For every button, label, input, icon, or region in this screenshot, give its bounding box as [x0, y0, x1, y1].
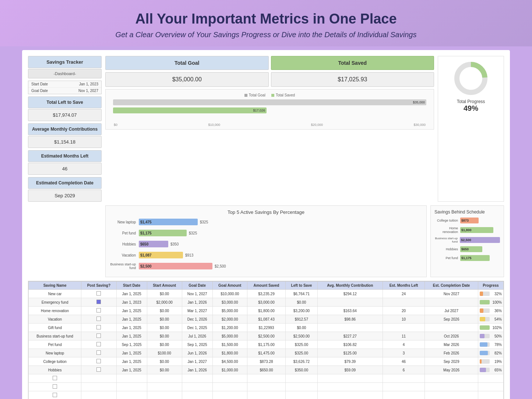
- empty-row: [29, 391, 504, 399]
- cell-saved: $1,475.00: [247, 349, 285, 357]
- table-row: New car Jan 1, 2025 $0.00 Nov 1, 2027 $1…: [29, 290, 504, 298]
- cell-goal-date: Sep 1, 2025: [182, 340, 212, 349]
- goal-bar-label: $35,000: [413, 100, 425, 104]
- data-table: Saving Name Post Saving? Start Date Star…: [28, 281, 504, 399]
- cell-start-date: Jan 1, 2025: [116, 324, 147, 332]
- tracker-title: Savings Tracker: [28, 56, 102, 68]
- cell-avg: $79.39: [317, 357, 383, 366]
- cell-goal-date: Mar 1, 2027: [182, 307, 212, 315]
- th-goal-amt: Goal Amount: [212, 282, 247, 290]
- cell-start-date: Jan 1, 2025: [116, 349, 147, 357]
- behind-bar-2: $2,500: [460, 237, 500, 243]
- total-goal-title: Total Goal: [105, 56, 269, 70]
- cell-post[interactable]: [81, 290, 116, 298]
- cell-goal-amt: $1,800.00: [212, 349, 247, 357]
- cell-post[interactable]: [81, 315, 116, 324]
- empty-row: [29, 383, 504, 391]
- table-row: Pet fund Sep 1, 2025 $0.00 Sep 1, 2025 $…: [29, 340, 504, 349]
- bar-extra-2: $350: [170, 242, 179, 246]
- legend-saved-label: Total Saved: [276, 93, 295, 97]
- cell-saved: $650.00: [247, 366, 285, 374]
- behind-label-3: Hobbies: [434, 247, 460, 251]
- page-header: All Your Important Metrics in One Place …: [0, 0, 532, 46]
- cell-est-months: 6: [383, 366, 425, 374]
- cell-est-months: 10: [383, 315, 425, 324]
- th-avg: Avg. Monthly Contribution: [317, 282, 383, 290]
- table-header-row: Saving Name Post Saving? Start Date Star…: [29, 282, 504, 290]
- cell-est-comp: [425, 324, 478, 332]
- cell-post[interactable]: [81, 349, 116, 357]
- cell-post[interactable]: [81, 324, 116, 332]
- cell-est-comp: Nov 2027: [425, 290, 478, 298]
- behind-row-1: Home renovation $1,800: [434, 226, 500, 234]
- cell-est-comp: [425, 298, 478, 307]
- cell-start-amt: $2,000.00: [147, 298, 182, 307]
- cell-progress: 32%: [478, 290, 503, 298]
- behind-label-2: Business start-up fund: [434, 237, 460, 243]
- cell-est-comp: Mar 2026: [425, 340, 478, 349]
- behind-row-0: College tuition $873: [434, 218, 500, 223]
- cell-est-comp: Oct 2026: [425, 332, 478, 340]
- cell-progress: 78%: [478, 340, 503, 349]
- cell-start-date: Jan 1, 2025: [116, 315, 147, 324]
- top-section: Savings Tracker -Dashboard- Start Date J…: [28, 56, 504, 202]
- behind-label-4: Pet fund: [434, 256, 460, 260]
- cell-est-comp: Sep 2029: [425, 357, 478, 366]
- est-months-label: Estimated Months Left: [28, 150, 102, 162]
- cell-avg: $163.64: [317, 307, 383, 315]
- legend-saved-dot: [271, 94, 274, 97]
- table-row: College tuition Jan 1, 2025 $0.00 Jan 1,…: [29, 357, 504, 366]
- cell-goal-amt: $5,000.00: [212, 332, 247, 340]
- table-row: New laptop Jan 1, 2025 $100.00 Jun 1, 20…: [29, 349, 504, 357]
- cell-name: Gift fund: [29, 324, 81, 332]
- total-saved-title: Total Saved: [271, 56, 434, 70]
- cell-saved: $1,22993: [247, 324, 285, 332]
- cell-start-date: Sep 1, 2025: [116, 340, 147, 349]
- cell-saved: $3,000.00: [247, 298, 285, 307]
- avg-monthly-label: Average Monthly Contributions: [28, 123, 102, 135]
- cell-left: $325.00: [286, 349, 318, 357]
- start-date-row: Start Date Jan 1, 2023: [28, 81, 101, 88]
- bar-label-2: Hobbies: [109, 242, 139, 246]
- dashboard: Savings Tracker -Dashboard- Start Date J…: [22, 50, 510, 399]
- cell-start-date: Jan 1, 2025: [116, 332, 147, 340]
- behind-label-0: College tuition: [434, 219, 460, 222]
- cell-left: $3,626.72: [286, 357, 318, 366]
- avg-monthly-value: $1,154.18: [28, 136, 102, 148]
- cell-name: Pet fund: [29, 340, 81, 349]
- cell-avg: [317, 324, 383, 332]
- cell-goal-date: Dec 1, 2026: [182, 315, 212, 324]
- total-left-label: Total Left to Save: [28, 96, 102, 108]
- behind-schedule-chart: Savings Behind Schedule College tuition …: [430, 205, 504, 277]
- cell-name: Hobbies: [29, 366, 81, 374]
- table-row: Vacation Jan 1, 2025 $0.00 Dec 1, 2026 $…: [29, 315, 504, 324]
- table-row: Business start-up fund Jan 1, 2025 $0.00…: [29, 332, 504, 340]
- cell-progress: 54%: [478, 315, 503, 324]
- th-est-comp: Est. Completion Date: [425, 282, 478, 290]
- legend-saved: Total Saved: [271, 93, 295, 97]
- cell-start-amt: $100.00: [147, 349, 182, 357]
- behind-row-3: Hobbies $650: [434, 246, 500, 252]
- savings-table: Saving Name Post Saving? Start Date Star…: [28, 281, 504, 399]
- cell-start-date: Jan 1, 2025: [116, 290, 147, 298]
- est-months-value: 46: [28, 163, 102, 175]
- cell-goal-date: Dec 1, 2025: [182, 324, 212, 332]
- cell-post[interactable]: [81, 332, 116, 340]
- goal-date-label: Goal Date: [31, 89, 48, 93]
- cell-goal-date: Nov 1, 2027: [182, 290, 212, 298]
- middle-section: Top 5 Active Savings By Percentage New l…: [28, 205, 504, 277]
- cell-goal-amt: $1,200.00: [212, 324, 247, 332]
- goal-date-value: Nov 1, 2027: [78, 89, 98, 93]
- cell-post[interactable]: [81, 298, 116, 307]
- cell-post[interactable]: [81, 340, 116, 349]
- cell-post[interactable]: [81, 366, 116, 374]
- cell-post[interactable]: [81, 307, 116, 315]
- cell-avg: $59.09: [317, 366, 383, 374]
- th-goal-date: Goal Date: [182, 282, 212, 290]
- cell-saved: $1,087.43: [247, 315, 285, 324]
- cell-post[interactable]: [81, 357, 116, 366]
- cell-goal-date: Jun 1, 2026: [182, 349, 212, 357]
- th-name: Saving Name: [29, 282, 81, 290]
- saved-bar: $17,026: [113, 107, 267, 113]
- donut-box: Total Progress 49%: [438, 56, 504, 202]
